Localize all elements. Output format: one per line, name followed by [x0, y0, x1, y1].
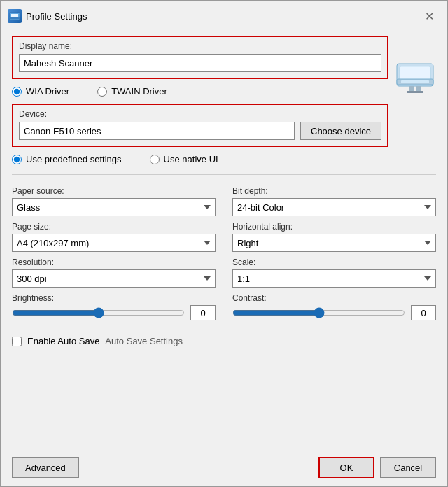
bit-depth-label: Bit depth: — [232, 186, 436, 196]
dialog-content: Display name: WIA Driver TWAIN Driver — [1, 29, 447, 451]
horizontal-align-label: Horizontal align: — [232, 222, 436, 232]
svg-rect-6 — [401, 80, 429, 83]
horizontal-align-group: Horizontal align: Left Center Right — [232, 222, 436, 252]
twain-driver-label: TWAIN Driver — [111, 86, 167, 97]
paper-source-label: Paper source: — [12, 186, 216, 196]
brightness-group: Brightness: — [12, 293, 216, 320]
paper-source-select[interactable]: Glass ADF Auto — [12, 198, 216, 216]
resolution-label: Resolution: — [12, 257, 216, 267]
scale-group: Scale: 1:1 1:2 2:1 — [232, 257, 436, 288]
predefined-settings-radio[interactable] — [12, 155, 22, 164]
svg-rect-7 — [410, 86, 414, 92]
auto-save-settings-link[interactable]: Auto Save Settings — [105, 336, 183, 346]
auto-save-label: Enable Auto Save — [27, 336, 99, 346]
svg-rect-9 — [407, 91, 424, 93]
display-name-input[interactable] — [19, 54, 382, 72]
predefined-settings-label: Use predefined settings — [26, 154, 122, 164]
contrast-group: Contrast: — [232, 293, 436, 320]
contrast-slider[interactable] — [232, 306, 405, 320]
bit-depth-group: Bit depth: 8-bit Grayscale 24-bit Color … — [232, 186, 436, 216]
twain-driver-radio[interactable] — [97, 87, 107, 97]
page-size-group: Page size: A4 (210x297 mm) Letter Legal — [12, 222, 216, 252]
resolution-select[interactable]: 150 dpi 300 dpi 600 dpi 1200 dpi — [12, 269, 216, 288]
display-name-label: Display name: — [19, 41, 382, 51]
scanner-graphic — [394, 36, 436, 95]
title-bar: Profile Settings ✕ — [1, 1, 447, 29]
svg-rect-4 — [400, 66, 430, 80]
contrast-label: Contrast: — [232, 293, 436, 303]
svg-rect-2 — [9, 17, 20, 19]
title-bar-left: Profile Settings — [8, 9, 87, 23]
auto-save-row: Enable Auto Save Auto Save Settings — [12, 332, 436, 351]
paper-source-group: Paper source: Glass ADF Auto — [12, 186, 216, 216]
brightness-slider[interactable] — [12, 306, 185, 320]
page-size-label: Page size: — [12, 222, 216, 232]
window-title: Profile Settings — [26, 11, 87, 22]
settings-mode-row: Use predefined settings Use native UI — [12, 153, 436, 166]
close-button[interactable]: ✕ — [419, 6, 439, 26]
choose-device-button[interactable]: Choose device — [300, 122, 382, 140]
brightness-slider-row — [12, 305, 216, 320]
scanner-icon — [394, 57, 436, 93]
native-ui-radio[interactable] — [150, 155, 160, 164]
bit-depth-select[interactable]: 8-bit Grayscale 24-bit Color 48-bit Colo… — [232, 198, 436, 216]
cancel-button[interactable]: Cancel — [380, 457, 436, 478]
divider-1 — [12, 174, 436, 175]
horizontal-align-select[interactable]: Left Center Right — [232, 234, 436, 252]
native-ui-option[interactable]: Use native UI — [150, 154, 218, 164]
device-input[interactable] — [19, 122, 295, 140]
app-icon — [8, 9, 22, 23]
auto-save-checkbox[interactable] — [12, 337, 22, 346]
wia-driver-option[interactable]: WIA Driver — [12, 86, 69, 97]
advanced-button[interactable]: Advanced — [12, 457, 79, 478]
ok-button[interactable]: OK — [318, 457, 374, 478]
bottom-bar: Advanced OK Cancel — [1, 451, 447, 486]
device-label: Device: — [19, 109, 382, 119]
wia-driver-label: WIA Driver — [26, 86, 69, 97]
ok-cancel-group: OK Cancel — [318, 457, 436, 478]
contrast-value[interactable] — [411, 305, 436, 320]
display-name-group: Display name: — [12, 36, 388, 79]
native-ui-label: Use native UI — [164, 154, 218, 164]
profile-settings-dialog: Profile Settings ✕ Display name: WIA Dri… — [0, 0, 448, 487]
wia-driver-radio[interactable] — [12, 87, 22, 97]
driver-radio-row: WIA Driver TWAIN Driver — [12, 83, 388, 99]
contrast-slider-row — [232, 305, 436, 320]
scale-select[interactable]: 1:1 1:2 2:1 — [232, 269, 436, 288]
svg-rect-8 — [416, 86, 421, 92]
twain-driver-option[interactable]: TWAIN Driver — [97, 86, 167, 97]
brightness-value[interactable] — [190, 305, 216, 320]
right-column: Bit depth: 8-bit Grayscale 24-bit Color … — [232, 186, 436, 326]
resolution-group: Resolution: 150 dpi 300 dpi 600 dpi 1200… — [12, 257, 216, 288]
brightness-label: Brightness: — [12, 293, 216, 303]
predefined-settings-option[interactable]: Use predefined settings — [12, 154, 122, 164]
settings-grid: Paper source: Glass ADF Auto Page size: … — [12, 186, 436, 326]
scale-label: Scale: — [232, 257, 436, 267]
left-column: Paper source: Glass ADF Auto Page size: … — [12, 186, 216, 326]
page-size-select[interactable]: A4 (210x297 mm) Letter Legal — [12, 234, 216, 252]
device-group: Device: Choose device — [12, 104, 388, 147]
device-row: Choose device — [19, 122, 382, 140]
